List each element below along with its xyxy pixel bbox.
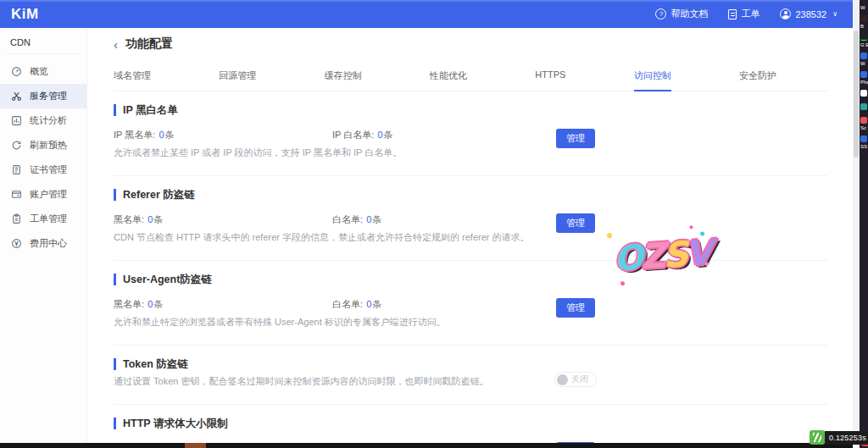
chevron-down-icon: ∨ <box>832 10 837 18</box>
topbar-highlight <box>0 0 853 2</box>
tab-performance[interactable]: 性能优化 <box>430 69 467 82</box>
tab-https[interactable]: HTTPS <box>535 69 565 82</box>
scrollbar-thumb[interactable] <box>854 30 859 158</box>
desktop-icon-label: W <box>860 61 868 66</box>
desktop-icon-label: G Exp <box>860 42 868 47</box>
stat-blacklist: 黑名单: 0条 <box>114 298 332 311</box>
certificate-icon <box>11 164 22 175</box>
sidebar-item-certificates[interactable]: 证书管理 <box>0 158 86 182</box>
desktop-icon-glyph <box>860 90 867 97</box>
token-toggle-off[interactable]: 关闭 <box>554 372 597 387</box>
bottom-edge-bar <box>0 443 853 448</box>
timer-value: 0.125253s <box>825 431 868 445</box>
ticket-link[interactable]: 工单 <box>728 8 760 20</box>
stat-value: 0 <box>147 214 153 224</box>
toggle-knob <box>557 374 568 385</box>
account-menu[interactable]: 238532 ∨ <box>780 8 837 19</box>
manage-button[interactable]: 管理 <box>556 129 595 148</box>
stat-label: IP 白名单: <box>332 130 374 140</box>
back-arrow-icon[interactable]: ‹ <box>114 37 118 51</box>
sidebar-item-label: 费用中心 <box>30 237 67 250</box>
desktop-icon-glyph <box>860 53 867 59</box>
sidebar-item-overview[interactable]: 概览 <box>0 59 86 84</box>
sidebar-item-ticket-mgmt[interactable]: 工单管理 <box>0 207 86 231</box>
page-header: ‹ 功能配置 <box>114 36 827 52</box>
clipboard-icon <box>11 213 22 224</box>
stat-value: 0 <box>147 299 153 309</box>
app-logo[interactable]: KiM <box>11 6 39 23</box>
stat-whitelist: 白名单: 0条 <box>332 213 551 226</box>
desktop-icon-glyph <box>860 103 867 110</box>
desktop-icon-glyph <box>860 117 867 124</box>
page-title: 功能配置 <box>125 36 173 52</box>
stat-blacklist: 黑名单: 0条 <box>114 213 332 226</box>
help-icon: ? <box>655 8 666 19</box>
section-desc: 允许和禁止特定的浏览器或者带有特殊 User-Agent 标识的专属客户端进行访… <box>114 316 827 329</box>
sidebar-item-label: 工单管理 <box>30 213 67 225</box>
sidebar-item-label: 账户管理 <box>30 188 67 201</box>
speed-extension-icon[interactable] <box>810 430 825 445</box>
desktop-icon[interactable]: Pha <box>860 71 868 85</box>
ticket-label: 工单 <box>741 8 760 20</box>
manage-button[interactable]: 管理 <box>556 213 595 233</box>
desktop-icon-glyph <box>860 136 867 142</box>
section-stats: 黑名单: 0条 白名单: 0条 <box>114 213 827 226</box>
stat-value: 0 <box>377 130 382 140</box>
sidebar-item-billing-center[interactable]: 费用中心 <box>0 231 86 256</box>
desktop-icon-label: B <box>860 24 868 29</box>
scrollbar-track[interactable] <box>853 0 860 443</box>
desktop-icon[interactable] <box>860 103 868 112</box>
tab-origin-mgmt[interactable]: 回源管理 <box>219 69 256 82</box>
toggle-label: 关闭 <box>571 373 588 385</box>
bottom-bar-segment <box>185 443 206 448</box>
manage-button[interactable]: 管理 <box>556 298 595 318</box>
desktop-icon[interactable]: W <box>860 53 868 66</box>
desktop-icon-glyph <box>860 71 867 78</box>
stat-label: IP 黑名单: <box>114 130 155 140</box>
stat-unit: 条 <box>372 214 381 224</box>
main-content: ‹ 功能配置 域名管理 回源管理 缓存控制 性能优化 HTTPS 访问控制 安全… <box>88 28 853 443</box>
stat-label: 黑名单: <box>114 299 144 309</box>
desktop-icon[interactable]: G Exp <box>860 34 868 47</box>
stat-ip-whitelist: IP 白名单: 0条 <box>332 129 551 141</box>
section-title: Referer 防盗链 <box>114 189 827 201</box>
tabs: 域名管理 回源管理 缓存控制 性能优化 HTTPS 访问控制 安全防护 <box>114 69 776 91</box>
sidebar-item-label: 概览 <box>30 65 48 78</box>
tab-access-control[interactable]: 访问控制 <box>634 69 671 82</box>
desktop-icon[interactable]: W <box>860 5 868 10</box>
topbar-right: ? 帮助文档 工单 238532 ∨ <box>655 8 837 20</box>
screen: KiM ? 帮助文档 工单 238532 ∨ CDN 概览 <box>0 0 868 448</box>
desktop-icon[interactable]: Sc VP <box>860 117 868 130</box>
desktop-icon-glyph <box>860 15 867 22</box>
tab-security[interactable]: 安全防护 <box>739 69 776 82</box>
stat-unit: 条 <box>165 130 175 140</box>
sidebar-item-label: 统计分析 <box>30 114 67 127</box>
section-desc: CDN 节点检查 HTTP 请求头中的 referer 字段的信息，禁止或者允许… <box>114 231 827 244</box>
stat-value: 0 <box>159 130 164 140</box>
stat-value: 0 <box>366 214 371 224</box>
desktop-icon-label: SS <box>860 144 868 149</box>
sidebar-item-label: 刷新预热 <box>30 139 67 152</box>
sidebar-divider <box>7 53 80 54</box>
section-stats: 黑名单: 0条 白名单: 0条 <box>114 298 827 311</box>
user-icon <box>780 8 791 19</box>
sidebar: CDN 概览 服务管理 统计分析 刷新预热 证书管理 账户管理 工单管理 <box>0 28 87 443</box>
billing-coin-icon <box>11 238 22 249</box>
desktop-edge-strip: W B G Exp W Pha Sc VP <box>860 0 868 448</box>
desktop-icon-label: Pha <box>860 80 868 85</box>
desktop-icon[interactable] <box>860 90 868 98</box>
sidebar-item-account-mgmt[interactable]: 账户管理 <box>0 182 86 207</box>
desktop-icon[interactable]: B <box>860 15 868 29</box>
sidebar-item-service-mgmt[interactable]: 服务管理 <box>0 84 86 108</box>
dashboard-icon <box>11 66 22 77</box>
tab-domain-mgmt[interactable]: 域名管理 <box>114 69 151 82</box>
desktop-icon[interactable]: SS <box>860 136 868 149</box>
section-token-antileech: Token 防盗链 通过设置 Token 密钥，配合签名过期时间来控制资源内容的… <box>114 346 827 405</box>
tab-cache-control[interactable]: 缓存控制 <box>325 69 362 82</box>
card-icon <box>11 189 22 200</box>
sidebar-item-refresh-prefetch[interactable]: 刷新预热 <box>0 133 86 158</box>
sidebar-item-statistics[interactable]: 统计分析 <box>0 108 86 133</box>
ticket-icon <box>728 9 737 19</box>
help-docs-link[interactable]: ? 帮助文档 <box>655 8 708 20</box>
section-desc: 通过设置 Token 密钥，配合签名过期时间来控制资源内容的访问时限，也即时间戳… <box>114 375 827 388</box>
